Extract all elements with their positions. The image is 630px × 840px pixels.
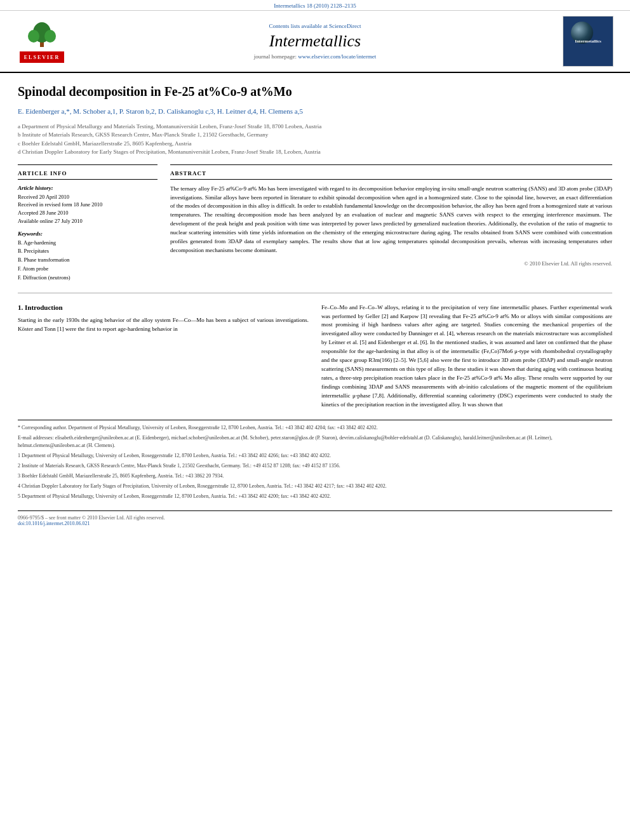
svg-point-3 [44, 30, 56, 43]
footnotes-area: * Corresponding author. Department of Ph… [18, 420, 612, 500]
keyword-3: B. Phase transformation [18, 256, 158, 265]
svg-point-2 [28, 30, 39, 43]
intro-text-left: Starting in the early 1930s the aging be… [18, 316, 309, 334]
journal-homepage-line: journal homepage: www.elsevier.com/locat… [74, 53, 556, 60]
section-title: Introduction [25, 303, 63, 311]
article-info-box: ARTICLE INFO Article history: Received 2… [18, 165, 158, 283]
science-direct-availability: Contents lists available at ScienceDirec… [74, 23, 556, 29]
elsevier-brand-bar: ELSEVIER [20, 51, 64, 63]
affiliation-d: d Christian Doppler Laboratory for Early… [18, 148, 612, 157]
journal-homepage-url[interactable]: www.elsevier.com/locate/intermet [298, 53, 376, 60]
article-info-column: ARTICLE INFO Article history: Received 2… [18, 164, 158, 283]
keywords-heading: Keywords: [18, 230, 158, 237]
copyright-notice: © 2010 Elsevier Ltd. All rights reserved… [170, 260, 612, 267]
section-number: 1. [18, 303, 23, 311]
keyword-4: F. Atom probe [18, 265, 158, 274]
available-online-date: Available online 27 July 2010 [18, 217, 158, 225]
section-divider [18, 293, 612, 293]
journal-cover-image: Intermetallics [563, 16, 613, 67]
abstract-text: The ternary alloy Fe-25 at%Co-9 at% Mo h… [170, 185, 612, 256]
science-direct-link-text[interactable]: ScienceDirect [329, 23, 361, 29]
abstract-heading: ABSTRACT [170, 170, 612, 180]
journal-logo-right: Intermetallics [556, 16, 620, 67]
intro-text-right: Fe–Co–Mo and Fe–Co–W alloys, relating it… [321, 303, 612, 410]
received-revised-label: Received in revised form 18 June 2010 [18, 201, 158, 209]
footnote-4: 4 Christian Doppler Laboratory for Early… [18, 483, 612, 490]
abstract-section: ABSTRACT The ternary alloy Fe-25 at%Co-9… [170, 165, 612, 267]
affiliation-c: c Boehler Edelstahl GmbH, Mariazellerstr… [18, 140, 612, 149]
article-info-abstract-section: ARTICLE INFO Article history: Received 2… [18, 164, 612, 283]
received-date: Received 20 April 2010 [18, 193, 158, 201]
section-1-heading: 1. Introduction [18, 303, 309, 311]
body-section: 1. Introduction Starting in the early 19… [18, 303, 612, 410]
keyword-1: B. Age-hardening [18, 239, 158, 248]
authors-text: E. Eidenberger a,*, M. Schober a,1, P. S… [18, 107, 303, 115]
affiliation-b: b Institute of Materials Research, GKSS … [18, 131, 612, 140]
footnote-3: 3 Boehler Edelstahl GmbH, Mariazellerstr… [18, 472, 612, 480]
footnote-emails: E-mail addresses: elisabeth.eidenberger@… [18, 434, 612, 450]
affiliations: a Department of Physical Metallurgy and … [18, 123, 612, 157]
body-column-right: Fe–Co–Mo and Fe–Co–W alloys, relating it… [321, 303, 612, 410]
keywords-section: Keywords: B. Age-hardening B. Precipitat… [18, 230, 158, 283]
issn-line: 0966-9795/$ – see front matter © 2010 El… [18, 515, 612, 521]
journal-citation-text: Intermetallics 18 (2010) 2128–2135 [274, 3, 356, 9]
journal-name: Intermetallics [74, 32, 556, 51]
article-history-heading: Article history: [18, 185, 158, 191]
journal-citation-bar: Intermetallics 18 (2010) 2128–2135 [0, 0, 630, 11]
elsevier-tree-icon [20, 18, 64, 50]
keyword-2: B. Precipitates [18, 247, 158, 256]
journal-title-center: Contents lists available at ScienceDirec… [74, 23, 556, 60]
doi-line[interactable]: doi:10.1016/j.intermet.2010.06.021 [18, 521, 612, 526]
footnote-5: 5 Department of Physical Metallurgy, Uni… [18, 493, 612, 500]
article-title: Spinodal decomposition in Fe-25 at%Co-9 … [18, 83, 612, 100]
article-info-heading: ARTICLE INFO [18, 170, 158, 180]
authors-line: E. Eidenberger a,*, M. Schober a,1, P. S… [18, 106, 612, 117]
kw-prefix-4: F. [18, 266, 22, 272]
footnote-1: 1 Department of Physical Metallurgy, Uni… [18, 452, 612, 460]
article-dates: Received 20 April 2010 Received in revis… [18, 193, 158, 225]
bottom-bar: 0966-9795/$ – see front matter © 2010 El… [18, 510, 612, 526]
abstract-column: ABSTRACT The ternary alloy Fe-25 at%Co-9… [170, 164, 612, 283]
article-body: Spinodal decomposition in Fe-25 at%Co-9 … [0, 73, 630, 537]
elsevier-label: ELSEVIER [24, 55, 60, 60]
body-column-left: 1. Introduction Starting in the early 19… [18, 303, 309, 410]
journal-cover-title: Intermetallics [575, 39, 601, 44]
journal-header: ELSEVIER Contents lists available at Sci… [0, 11, 630, 73]
kw-prefix-2: B. [18, 248, 22, 254]
footnote-2: 2 Institute of Materials Research, GKSS … [18, 462, 612, 470]
footnote-corresponding: * Corresponding author. Department of Ph… [18, 424, 612, 432]
kw-prefix-5: F. [18, 275, 22, 281]
keyword-5: F. Diffraction (neutrons) [18, 274, 158, 283]
kw-prefix-3: B. [18, 257, 22, 263]
publisher-logo: ELSEVIER [10, 18, 74, 64]
kw-prefix-1: B. [18, 240, 22, 246]
accepted-date: Accepted 28 June 2010 [18, 209, 158, 217]
affiliation-a: a Department of Physical Metallurgy and … [18, 123, 612, 131]
